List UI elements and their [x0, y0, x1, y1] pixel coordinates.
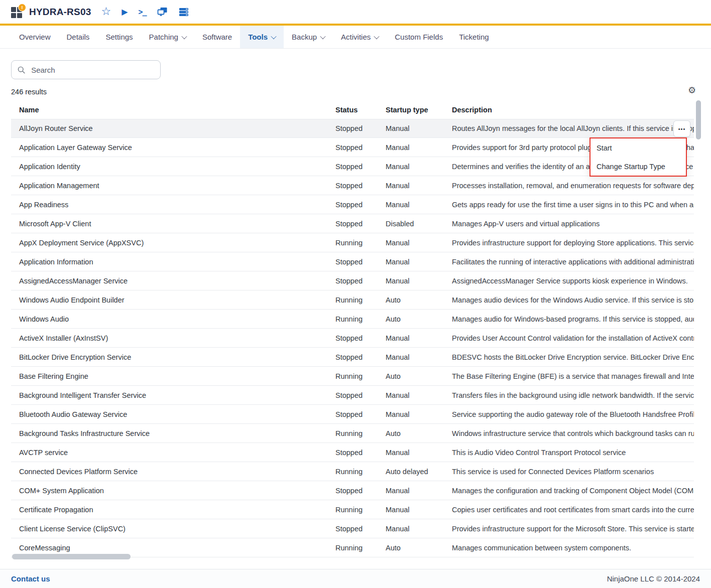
table-row[interactable]: AllJoyn Router ServiceStoppedManualRoute…: [11, 119, 694, 138]
table-row[interactable]: Client License Service (ClipSVC)StoppedM…: [11, 519, 694, 538]
menu-item-change-startup-type[interactable]: Change Startup Type: [590, 157, 686, 176]
table-row[interactable]: COM+ System ApplicationStoppedManualMana…: [11, 481, 694, 500]
tab-label: Ticketing: [459, 33, 489, 41]
cell-status: Stopped: [335, 143, 386, 152]
table-row[interactable]: BitLocker Drive Encryption ServiceStoppe…: [11, 348, 694, 367]
cell-status: Running: [335, 315, 386, 323]
device-tools-page: ! HYDRA-RS03 ☆ ▶ >_: [0, 0, 711, 588]
table-body: AllJoyn Router ServiceStoppedManualRoute…: [11, 119, 694, 557]
table-row[interactable]: Windows AudioRunningAutoManages audio fo…: [11, 310, 694, 329]
cell-desc: Manages audio for Windows-based programs…: [452, 315, 694, 323]
cell-status: Stopped: [335, 163, 386, 171]
terminal-icon[interactable]: >_: [138, 8, 146, 17]
tab-label: Software: [202, 33, 232, 41]
gear-icon[interactable]: ⚙: [688, 86, 696, 95]
cell-status: Running: [335, 468, 386, 476]
cell-startup: Manual: [386, 143, 452, 152]
cell-startup: Manual: [386, 239, 452, 247]
tab-activities[interactable]: Activities: [333, 26, 387, 48]
tab-label: Patching: [149, 33, 178, 41]
search-input[interactable]: [30, 65, 154, 75]
cell-status: Stopped: [335, 353, 386, 361]
table-row[interactable]: AssignedAccessManager ServiceStoppedManu…: [11, 271, 694, 290]
cell-desc: This service is used for Connected Devic…: [452, 468, 694, 476]
services-table: NameStatusStartup typeDescription AllJoy…: [11, 100, 694, 557]
tab-software[interactable]: Software: [194, 26, 240, 48]
table-row[interactable]: Microsoft App-V ClientStoppedDisabledMan…: [11, 214, 694, 233]
cell-startup: Manual: [386, 449, 452, 457]
favorite-star-icon[interactable]: ☆: [101, 6, 111, 17]
tab-tools[interactable]: Tools: [240, 26, 284, 48]
table-row[interactable]: Application ManagementStoppedManualProce…: [11, 176, 694, 195]
cell-status: Running: [335, 506, 386, 514]
tab-settings[interactable]: Settings: [97, 26, 141, 48]
results-count: 246 results: [11, 88, 47, 96]
cell-startup: Manual: [386, 506, 452, 514]
cell-desc: Provides infrastructure support for depl…: [452, 239, 694, 247]
tab-ticketing[interactable]: Ticketing: [451, 26, 497, 48]
tab-backup[interactable]: Backup: [284, 26, 333, 48]
tab-patching[interactable]: Patching: [141, 26, 194, 48]
cell-status: Stopped: [335, 124, 386, 132]
vertical-scrollbar-thumb[interactable]: [696, 100, 701, 139]
cell-desc: Facilitates the running of interactive a…: [452, 258, 694, 266]
server-stack-icon[interactable]: [179, 7, 189, 17]
cell-desc: AssignedAccessManager Service supports k…: [452, 277, 694, 285]
tab-details[interactable]: Details: [59, 26, 98, 48]
table-row[interactable]: Windows Audio Endpoint BuilderRunningAut…: [11, 290, 694, 310]
table-row[interactable]: Bluetooth Audio Gateway ServiceStoppedMa…: [11, 405, 694, 424]
cell-name: Client License Service (ClipSVC): [11, 525, 335, 533]
cell-startup: Manual: [386, 410, 452, 418]
tab-overview[interactable]: Overview: [11, 26, 59, 48]
cell-desc: Provides User Account Control validation…: [452, 334, 694, 342]
cell-name: Background Intelligent Transfer Service: [11, 391, 335, 399]
cell-name: Connected Devices Platform Service: [11, 468, 335, 476]
cell-startup: Manual: [386, 277, 452, 285]
run-play-icon[interactable]: ▶: [122, 8, 128, 16]
chevron-down-icon: [374, 33, 380, 39]
table-row[interactable]: AVCTP serviceStoppedManualThis is Audio …: [11, 443, 694, 462]
cell-name: Base Filtering Engine: [11, 372, 335, 380]
tab-label: Tools: [248, 33, 268, 41]
column-header-startup-type[interactable]: Startup type: [386, 106, 452, 114]
cell-desc: Processes installation, removal, and enu…: [452, 182, 694, 190]
cell-desc: Transfers files in the background using …: [452, 391, 694, 399]
contact-us-link[interactable]: Contact us: [11, 574, 50, 583]
horizontal-scrollbar-thumb[interactable]: [12, 554, 131, 559]
table-row[interactable]: ActiveX Installer (AxInstSV)StoppedManua…: [11, 329, 694, 348]
cell-startup: Auto: [386, 315, 452, 323]
cell-desc: Copies user certificates and root certif…: [452, 506, 694, 514]
remote-screens-icon[interactable]: [157, 7, 168, 17]
column-header-status[interactable]: Status: [335, 106, 386, 114]
cell-name: BitLocker Drive Encryption Service: [11, 353, 335, 361]
tab-label: Details: [67, 33, 90, 41]
table-row[interactable]: Application InformationStoppedManualFaci…: [11, 252, 694, 271]
cell-desc: Service supporting the audio gateway rol…: [452, 410, 694, 418]
cell-status: Stopped: [335, 449, 386, 457]
cell-startup: Auto: [386, 296, 452, 304]
cell-name: ActiveX Installer (AxInstSV): [11, 334, 335, 342]
search-box[interactable]: [11, 60, 161, 79]
cell-startup: Manual: [386, 258, 452, 266]
tab-custom-fields[interactable]: Custom Fields: [387, 26, 451, 48]
cell-status: Stopped: [335, 258, 386, 266]
column-header-description[interactable]: Description: [452, 106, 694, 114]
table-row[interactable]: App ReadinessStoppedManualGets apps read…: [11, 195, 694, 214]
table-row[interactable]: Base Filtering EngineRunningAutoThe Base…: [11, 367, 694, 386]
cell-status: Stopped: [335, 391, 386, 399]
row-actions-button[interactable]: •••: [673, 120, 690, 137]
cell-startup: Manual: [386, 163, 452, 171]
table-row[interactable]: Certificate PropagationRunningManualCopi…: [11, 500, 694, 519]
table-row[interactable]: Background Intelligent Transfer ServiceS…: [11, 386, 694, 405]
windows-logo-icon: !: [11, 6, 25, 19]
cell-status: Running: [335, 544, 386, 552]
cell-name: COM+ System Application: [11, 487, 335, 495]
table-row[interactable]: Connected Devices Platform ServiceRunnin…: [11, 462, 694, 481]
cell-name: Background Tasks Infrastructure Service: [11, 429, 335, 437]
column-header-name[interactable]: Name: [11, 106, 335, 114]
table-row[interactable]: AppX Deployment Service (AppXSVC)Running…: [11, 233, 694, 252]
table-row[interactable]: Background Tasks Infrastructure ServiceR…: [11, 424, 694, 443]
menu-item-start[interactable]: Start: [590, 138, 686, 157]
cell-startup: Manual: [386, 124, 452, 132]
alert-badge: !: [18, 4, 26, 12]
